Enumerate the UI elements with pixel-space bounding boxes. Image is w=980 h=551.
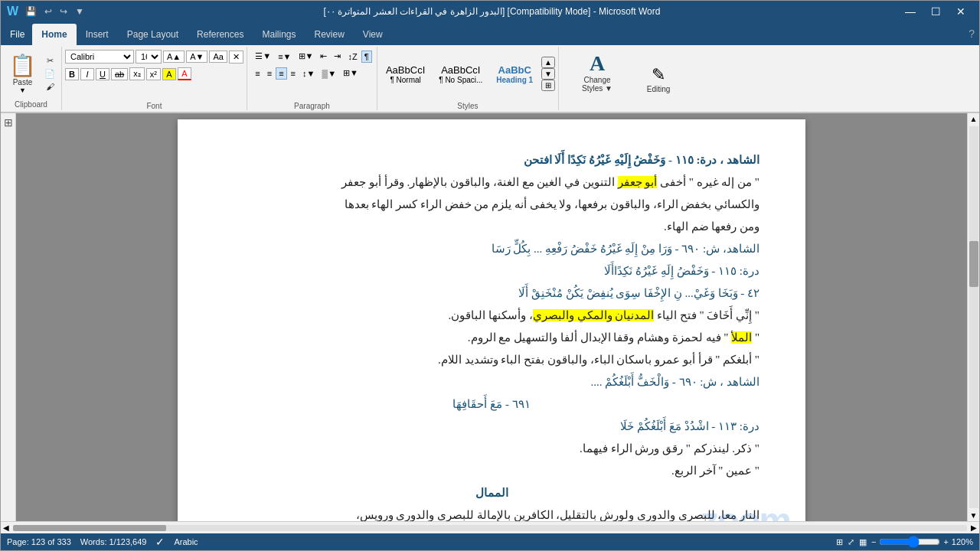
show-hide-btn[interactable]: ¶ xyxy=(361,51,372,63)
styles-scroll-arrows: ▲ ▼ ⊞ xyxy=(541,57,555,91)
minimize-btn[interactable]: — xyxy=(897,1,923,22)
multi-level-btn[interactable]: ⊞▼ xyxy=(296,50,317,63)
bullet-list-btn[interactable]: ☰▼ xyxy=(252,50,274,63)
document-page: الشاهد ، درة: ١١٥ - وَخَفْضُ إِلَيْهِ غَ… xyxy=(178,119,805,521)
zoom-slider[interactable] xyxy=(879,536,940,548)
change-styles-button[interactable]: A ChangeStyles ▼ xyxy=(577,50,617,94)
redo-quick-btn[interactable]: ↪ xyxy=(57,5,70,18)
align-left-btn[interactable]: ≡ xyxy=(252,67,263,80)
styles-expand-arrow[interactable]: ⊞ xyxy=(541,80,555,91)
font-size-select[interactable]: 16 xyxy=(136,50,162,64)
tab-insert[interactable]: Insert xyxy=(77,24,118,45)
clear-format-btn[interactable]: ✕ xyxy=(229,51,243,64)
sidebar-expand-icon[interactable]: ⊞ xyxy=(4,116,13,129)
para-list-row: ☰▼ ≡▼ ⊞▼ ⇤ ⇥ ↕Z ¶ xyxy=(252,50,371,63)
font-name-select[interactable]: Calibri xyxy=(65,50,134,64)
change-styles-icon: A xyxy=(590,51,605,76)
editing-content: ✎ Editing xyxy=(642,48,675,109)
highlight-madaniyan: المدنيان والمكي والبصري xyxy=(533,309,655,321)
paste-button[interactable]: 📋 Paste ▼ xyxy=(5,51,41,96)
subscript-btn[interactable]: x₂ xyxy=(129,67,145,80)
line-14: " ذكر. لينذركم " رقق ورش الراء فيهما. xyxy=(224,439,760,459)
scroll-down-btn[interactable]: ▼ xyxy=(969,510,979,521)
styles-label: Styles xyxy=(377,102,558,110)
horizontal-scrollbar: ◀ ▶ xyxy=(1,521,979,533)
h-scroll-thumb[interactable] xyxy=(13,525,166,531)
copy-button[interactable]: 📄 xyxy=(42,68,57,80)
undo-quick-btn[interactable]: ↩ xyxy=(42,5,54,18)
tab-page-layout[interactable]: Page Layout xyxy=(118,24,188,45)
style-normal-label: ¶ Normal xyxy=(386,76,425,84)
save-quick-btn[interactable]: 💾 xyxy=(23,5,39,18)
line-10: " أبلغكم " قرأ أبو عمرو باسكان الباء، وا… xyxy=(224,350,760,370)
zoom-controls: − + 120% xyxy=(871,536,973,548)
styles-up-arrow[interactable]: ▲ xyxy=(541,57,555,68)
fullscreen-icon[interactable]: ⤢ xyxy=(848,537,854,547)
scroll-up-btn[interactable]: ▲ xyxy=(969,113,979,125)
sort-btn[interactable]: ↕Z xyxy=(345,51,360,63)
editing-icon: ✎ xyxy=(652,65,665,85)
title-bar: W 💾 ↩ ↪ ▼ [البدور الزاهرة في القراءات ال… xyxy=(1,1,979,22)
style-heading1-preview: AaBbC xyxy=(496,64,533,76)
document-main[interactable]: الشاهد ، درة: ١١٥ - وَخَفْضُ إِلَيْهِ غَ… xyxy=(16,113,967,521)
highlight-btn[interactable]: A xyxy=(162,68,176,80)
styles-down-arrow[interactable]: ▼ xyxy=(541,68,555,80)
tab-home[interactable]: Home xyxy=(32,24,76,45)
font-color-btn[interactable]: A xyxy=(178,67,191,80)
bold-btn[interactable]: B xyxy=(65,68,79,80)
para-label: Paragraph xyxy=(247,102,377,110)
h-scroll-left-btn[interactable]: ◀ xyxy=(1,523,11,532)
justify-btn[interactable]: ≡ xyxy=(288,67,299,80)
border-btn[interactable]: ⊞▼ xyxy=(340,67,361,80)
style-normal[interactable]: AaBbCcI ¶ Normal xyxy=(381,62,430,86)
superscript-btn[interactable]: x² xyxy=(146,68,161,80)
font-format-btn[interactable]: Aa xyxy=(209,51,227,63)
h-scroll-track[interactable] xyxy=(13,525,967,531)
paste-dropdown-icon[interactable]: ▼ xyxy=(19,86,26,94)
left-sidebar: ⊞ xyxy=(1,113,16,521)
spell-check-icon[interactable]: ✓ xyxy=(155,536,165,548)
layout-icon[interactable]: ⊞ xyxy=(836,537,843,547)
style-nospace-label: ¶ No Spaci... xyxy=(439,76,482,84)
styles-gallery: AaBbCcI ¶ Normal AaBbCcI ¶ No Spaci... A… xyxy=(381,57,555,91)
maximize-btn[interactable]: ☐ xyxy=(923,1,949,22)
paragraph-group: ☰▼ ≡▼ ⊞▼ ⇤ ⇥ ↕Z ¶ ≡ ≡ ≡ ≡ ↕▼ ▒▼ xyxy=(247,47,377,110)
line-2: " من إله غيره " أخفى أبو جعفر التنوين في… xyxy=(224,172,760,193)
align-center-btn[interactable]: ≡ xyxy=(264,67,275,80)
line-12: ٦٩١ - مَعَ أَحقَافِهَا xyxy=(224,394,760,415)
shading-btn[interactable]: ▒▼ xyxy=(318,67,339,80)
ribbon-help-icon[interactable]: ? xyxy=(969,28,979,40)
zoom-out-btn[interactable]: − xyxy=(871,537,876,546)
align-right-btn[interactable]: ≡ xyxy=(276,67,286,80)
style-no-spacing[interactable]: AaBbCcI ¶ No Spaci... xyxy=(433,62,488,86)
line-spacing-btn[interactable]: ↕▼ xyxy=(299,67,318,80)
tab-review[interactable]: Review xyxy=(305,24,353,45)
customize-quick-btn[interactable]: ▼ xyxy=(73,5,87,18)
number-list-btn[interactable]: ≡▼ xyxy=(275,51,294,63)
tab-view[interactable]: View xyxy=(354,24,392,45)
status-right: ⊞ ⤢ ▦ − + 120% xyxy=(836,536,973,548)
style-heading1[interactable]: AaBbC Heading 1 xyxy=(491,62,538,86)
italic-btn[interactable]: I xyxy=(80,68,94,80)
scroll-track[interactable] xyxy=(969,126,978,508)
format-painter-button[interactable]: 🖌 xyxy=(42,81,57,92)
tab-mailings[interactable]: Mailings xyxy=(253,24,305,45)
font-grow-btn[interactable]: A▲ xyxy=(163,51,185,63)
line-15: " عمين " آخر الربع. xyxy=(224,461,760,481)
zoom-in-btn[interactable]: + xyxy=(943,537,948,546)
editing-button[interactable]: ✎ Editing xyxy=(642,64,675,95)
view-icon[interactable]: ▦ xyxy=(859,537,867,547)
h-scroll-right-btn[interactable]: ▶ xyxy=(969,523,979,532)
tab-file[interactable]: File xyxy=(2,24,32,45)
font-shrink-btn[interactable]: A▼ xyxy=(186,51,207,63)
strikethrough-btn[interactable]: ab xyxy=(111,68,128,80)
tab-references[interactable]: References xyxy=(188,24,253,45)
clipboard-group: 📋 Paste ▼ ✂ 📄 🖌 Clipboard xyxy=(1,47,62,110)
scroll-thumb[interactable] xyxy=(969,241,978,287)
increase-indent-btn[interactable]: ⇥ xyxy=(331,50,344,63)
cut-button[interactable]: ✂ xyxy=(42,55,57,67)
change-styles-editing-group: A ChangeStyles ▼ xyxy=(559,47,635,110)
close-btn[interactable]: ✕ xyxy=(949,1,973,22)
decrease-indent-btn[interactable]: ⇤ xyxy=(317,50,330,63)
underline-btn[interactable]: U xyxy=(96,68,109,80)
